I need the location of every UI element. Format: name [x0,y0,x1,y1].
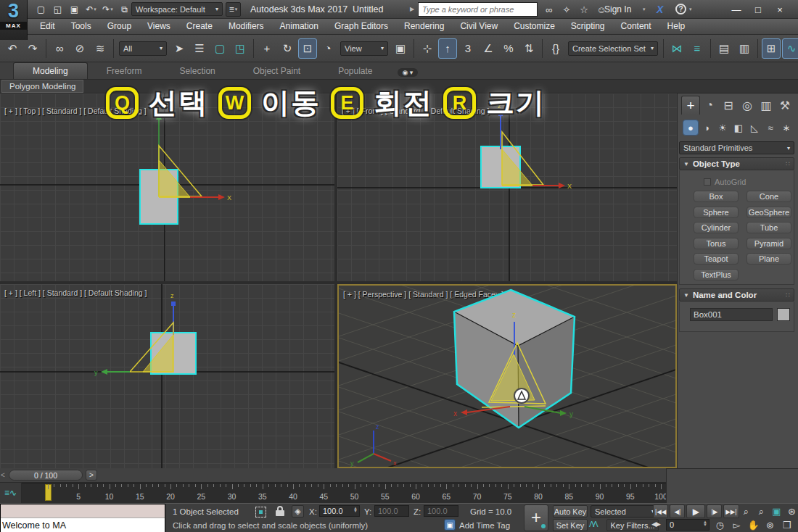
menu-item-animation[interactable]: Animation [272,19,326,34]
time-configuration-icon[interactable]: ◷ [714,519,726,531]
name-color-rollout-header[interactable]: ▼ Name and Color ∷ [679,288,794,302]
pan-view-icon[interactable]: ✋ [747,519,760,531]
frame-spinner[interactable]: ▲▼ [703,520,707,526]
selection-filter-dropdown[interactable]: All▾ [119,41,167,56]
object-type-button-plane[interactable]: Plane [746,253,791,265]
menu-item-scripting[interactable]: Scripting [563,19,613,34]
ribbon-more-button[interactable]: ◉ ▾ [398,68,419,77]
category-shapes-icon[interactable]: ◑ [699,120,715,136]
category-geometry-icon[interactable]: ● [683,120,699,136]
angle-snap-icon[interactable]: ∠ [479,38,498,59]
object-color-swatch[interactable] [777,308,790,321]
key-filters-icon[interactable]: ΛΛ [589,520,597,528]
object-name-field[interactable] [690,308,773,321]
category-space-warps-icon[interactable]: ≈ [762,120,778,136]
align-icon[interactable]: ≡ [688,38,707,59]
use-pivot-point-center-icon[interactable]: ▣ [391,38,410,59]
maximize-button[interactable]: □ [747,2,769,17]
orbit-icon[interactable]: ⊚ [764,519,776,531]
ribbon-tab-selection[interactable]: Selection [160,63,234,79]
save-file-icon[interactable]: ▣ [67,2,82,17]
new-scene-icon[interactable]: ▢ [33,2,49,17]
object-type-button-teapot[interactable]: Teapot [694,253,739,265]
spinner-snap-icon[interactable]: ⇅ [519,38,538,59]
x-spinner[interactable]: ▲▼ [353,507,358,512]
maxscript-mini-listener[interactable]: Welcome to MA [0,504,165,532]
set-key-button[interactable]: Set Key [553,519,588,531]
selected-dropdown[interactable]: Selected ▾ [591,505,659,518]
percent-snap-icon[interactable]: % [499,38,518,59]
search-input[interactable] [418,2,538,17]
undo-icon[interactable]: ↶▾ [83,2,99,17]
menu-item-views[interactable]: Views [139,19,178,34]
tab-polygon-modeling[interactable]: Polygon Modeling [1,80,83,93]
category-cameras-icon[interactable]: ◧ [731,120,746,136]
viewport-perspective[interactable]: [ + ] [ Perspective ] [ Standard ] [ Edg… [337,284,677,468]
next-frame-button[interactable]: |▶ [707,504,722,518]
object-type-button-cone[interactable]: Cone [746,191,791,202]
ribbon-tab-modeling[interactable]: Modeling [13,62,88,79]
object-type-button-box[interactable]: Box [694,191,739,202]
menu-item-group[interactable]: Group [99,19,139,34]
z-coord-field[interactable] [424,505,458,517]
help-chevron-icon[interactable]: ▾ [689,7,692,12]
open-file-icon[interactable]: ◱ [50,2,65,17]
zoom-extents-icon[interactable]: ▣ [770,505,783,518]
select-and-scale-icon[interactable]: ⊡ [298,38,317,59]
autodesk-exchange-icon[interactable]: X [657,4,663,15]
object-type-button-tube[interactable]: Tube [746,222,791,233]
sign-in-chevron-icon[interactable]: ▾ [643,7,646,12]
menu-item-tools[interactable]: Tools [63,19,99,34]
category-systems-icon[interactable]: ∗ [778,120,794,136]
set-keys-button[interactable]: + [524,504,548,531]
time-slider-next-button[interactable]: > [86,470,97,481]
select-and-move-icon[interactable]: + [258,38,276,59]
key-mode-toggle-icon[interactable]: ◀▶ [651,520,660,528]
selection-lock-body[interactable] [276,510,284,516]
communication-center-icon[interactable]: ✧ [559,2,574,17]
absolute-mode-transform-icon[interactable]: ◈ [292,505,304,518]
tab-create-icon[interactable]: + [681,96,700,115]
object-type-button-torus[interactable]: Torus [694,238,739,249]
object-type-rollout-header[interactable]: ▼ Object Type ∷ [679,157,794,170]
menu-item-create[interactable]: Create [178,19,221,34]
snaps-toggle-icon[interactable]: 3 [458,38,477,59]
redo-icon[interactable]: ↷▾ [100,2,115,17]
ribbon-tab-populate[interactable]: Populate [319,63,391,79]
object-type-button-cylinder[interactable]: Cylinder [694,222,739,233]
menu-item-help[interactable]: Help [659,19,694,34]
unlink-selection-icon[interactable]: ⊘ [70,38,89,59]
add-time-tag[interactable]: Add Time Tag [459,521,510,530]
redo-icon[interactable]: ↷ [23,38,42,59]
select-and-place-icon[interactable]: ◔ [318,38,337,59]
macro-recorder-field[interactable] [1,504,165,518]
tab-motion-icon[interactable]: ◎ [738,96,757,115]
rectangular-selection-region-icon[interactable]: ▢ [210,38,229,59]
toolbar-overflow-button[interactable]: ≡▾ [226,2,241,17]
isolate-selection-icon[interactable]: ▻ [731,519,743,531]
sign-in-label[interactable]: Sign In [604,4,631,14]
select-object-icon[interactable]: ➤ [170,38,189,59]
tab-modify-icon[interactable]: ◔ [700,96,719,115]
toggle-layer-explorer-icon[interactable]: ▥ [735,38,754,59]
reference-coordinate-dropdown[interactable]: View▾ [340,41,388,56]
previous-frame-button[interactable]: ◀| [670,504,685,518]
minimize-button[interactable]: — [725,2,747,17]
ribbon-tab-freeform[interactable]: Freeform [88,63,161,79]
select-and-rotate-icon[interactable]: ↻ [278,38,297,59]
autogrid-checkbox[interactable] [704,178,711,186]
infocenter-collapse-icon[interactable]: ▶ [410,6,414,12]
menu-item-graph-editors[interactable]: Graph Editors [326,19,396,34]
select-and-link-icon[interactable]: ∞ [50,38,69,59]
object-type-button-geosphere[interactable]: GeoSphere [746,207,791,218]
mirror-icon[interactable]: ⋈ [667,38,686,59]
maximize-viewport-toggle-icon[interactable]: ❒ [781,519,793,531]
undo-icon[interactable]: ↶ [3,38,22,59]
category-dropdown[interactable]: Standard Primitives ▾ [679,141,794,154]
time-tag-icon[interactable]: ▣ [444,519,456,531]
auto-key-button[interactable]: Auto Key [553,505,588,518]
menu-item-civil-view[interactable]: Civil View [452,19,506,34]
object-type-button-pyramid[interactable]: Pyramid [746,238,791,249]
keyboard-shortcut-override-icon[interactable]: ↑ [438,38,457,59]
window-crossing-toggle-icon[interactable]: ◳ [231,38,250,59]
